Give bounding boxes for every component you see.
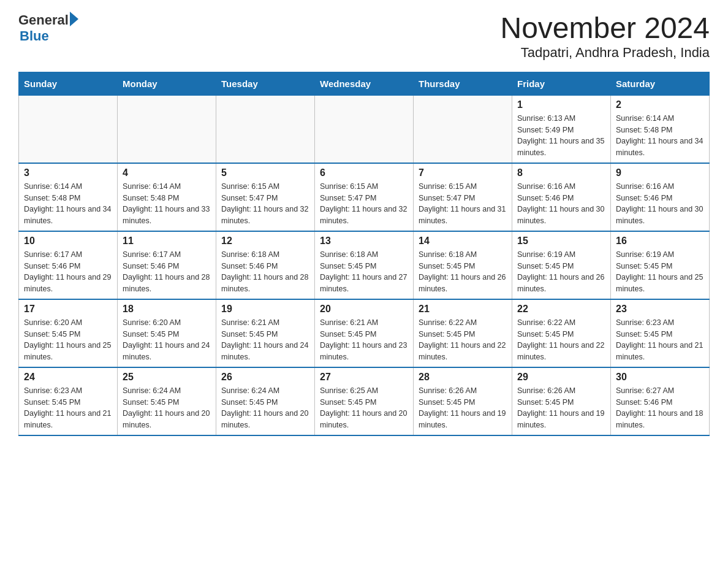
- day-number: 29: [517, 372, 605, 383]
- calendar-cell: 25Sunrise: 6:24 AMSunset: 5:45 PMDayligh…: [118, 367, 216, 435]
- day-number: 14: [419, 236, 507, 247]
- day-number: 27: [320, 372, 408, 383]
- calendar-cell: [414, 95, 512, 163]
- day-number: 20: [320, 304, 408, 315]
- days-of-week-row: SundayMondayTuesdayWednesdayThursdayFrid…: [19, 72, 710, 95]
- day-sun-info: Sunrise: 6:22 AMSunset: 5:45 PMDaylight:…: [517, 317, 605, 363]
- calendar-cell: 20Sunrise: 6:21 AMSunset: 5:45 PMDayligh…: [315, 299, 414, 367]
- day-header-wednesday: Wednesday: [315, 72, 414, 95]
- calendar-cell: 17Sunrise: 6:20 AMSunset: 5:45 PMDayligh…: [19, 299, 118, 367]
- day-number: 12: [221, 236, 309, 247]
- day-sun-info: Sunrise: 6:19 AMSunset: 5:45 PMDaylight:…: [517, 249, 605, 295]
- day-sun-info: Sunrise: 6:16 AMSunset: 5:46 PMDaylight:…: [616, 181, 704, 227]
- day-number: 22: [517, 304, 605, 315]
- calendar-cell: [216, 95, 315, 163]
- day-number: 11: [123, 236, 211, 247]
- logo-general-text: General: [18, 12, 69, 28]
- day-number: 4: [123, 167, 211, 178]
- day-header-thursday: Thursday: [414, 72, 512, 95]
- calendar-cell: 11Sunrise: 6:17 AMSunset: 5:46 PMDayligh…: [118, 231, 216, 299]
- calendar-cell: 26Sunrise: 6:24 AMSunset: 5:45 PMDayligh…: [216, 367, 315, 435]
- title-block: November 2024 Tadpatri, Andhra Pradesh, …: [500, 12, 710, 61]
- calendar-cell: 6Sunrise: 6:15 AMSunset: 5:47 PMDaylight…: [315, 163, 414, 231]
- day-number: 3: [24, 167, 112, 178]
- calendar-cell: 5Sunrise: 6:15 AMSunset: 5:47 PMDaylight…: [216, 163, 315, 231]
- day-sun-info: Sunrise: 6:15 AMSunset: 5:47 PMDaylight:…: [320, 181, 408, 227]
- day-sun-info: Sunrise: 6:26 AMSunset: 5:45 PMDaylight:…: [419, 385, 507, 431]
- day-sun-info: Sunrise: 6:14 AMSunset: 5:48 PMDaylight:…: [24, 181, 112, 227]
- calendar-cell: 9Sunrise: 6:16 AMSunset: 5:46 PMDaylight…: [611, 163, 710, 231]
- day-number: 23: [616, 304, 704, 315]
- week-row-2: 3Sunrise: 6:14 AMSunset: 5:48 PMDaylight…: [19, 163, 710, 231]
- day-header-tuesday: Tuesday: [216, 72, 315, 95]
- day-number: 24: [24, 372, 112, 383]
- day-number: 26: [221, 372, 309, 383]
- calendar-cell: 10Sunrise: 6:17 AMSunset: 5:46 PMDayligh…: [19, 231, 118, 299]
- calendar-cell: 30Sunrise: 6:27 AMSunset: 5:46 PMDayligh…: [611, 367, 710, 435]
- logo-arrow-icon: [70, 12, 78, 26]
- day-sun-info: Sunrise: 6:17 AMSunset: 5:46 PMDaylight:…: [123, 249, 211, 295]
- calendar-cell: 21Sunrise: 6:22 AMSunset: 5:45 PMDayligh…: [414, 299, 512, 367]
- calendar-cell: 22Sunrise: 6:22 AMSunset: 5:45 PMDayligh…: [512, 299, 611, 367]
- day-header-monday: Monday: [118, 72, 216, 95]
- calendar-cell: 13Sunrise: 6:18 AMSunset: 5:45 PMDayligh…: [315, 231, 414, 299]
- calendar-cell: 1Sunrise: 6:13 AMSunset: 5:49 PMDaylight…: [512, 95, 611, 163]
- day-header-saturday: Saturday: [611, 72, 710, 95]
- day-number: 16: [616, 236, 704, 247]
- calendar-cell: 3Sunrise: 6:14 AMSunset: 5:48 PMDaylight…: [19, 163, 118, 231]
- week-row-5: 24Sunrise: 6:23 AMSunset: 5:45 PMDayligh…: [19, 367, 710, 435]
- day-sun-info: Sunrise: 6:20 AMSunset: 5:45 PMDaylight:…: [24, 317, 112, 363]
- day-number: 5: [221, 167, 309, 178]
- calendar-cell: 23Sunrise: 6:23 AMSunset: 5:45 PMDayligh…: [611, 299, 710, 367]
- day-sun-info: Sunrise: 6:15 AMSunset: 5:47 PMDaylight:…: [419, 181, 507, 227]
- day-number: 13: [320, 236, 408, 247]
- day-sun-info: Sunrise: 6:21 AMSunset: 5:45 PMDaylight:…: [320, 317, 408, 363]
- day-sun-info: Sunrise: 6:18 AMSunset: 5:45 PMDaylight:…: [320, 249, 408, 295]
- day-sun-info: Sunrise: 6:14 AMSunset: 5:48 PMDaylight:…: [123, 181, 211, 227]
- day-sun-info: Sunrise: 6:18 AMSunset: 5:46 PMDaylight:…: [221, 249, 309, 295]
- calendar-cell: 19Sunrise: 6:21 AMSunset: 5:45 PMDayligh…: [216, 299, 315, 367]
- day-sun-info: Sunrise: 6:26 AMSunset: 5:45 PMDaylight:…: [517, 385, 605, 431]
- calendar-cell: [19, 95, 118, 163]
- calendar-cell: [315, 95, 414, 163]
- calendar-cell: 28Sunrise: 6:26 AMSunset: 5:45 PMDayligh…: [414, 367, 512, 435]
- calendar-table: SundayMondayTuesdayWednesdayThursdayFrid…: [18, 72, 710, 436]
- calendar-cell: 29Sunrise: 6:26 AMSunset: 5:45 PMDayligh…: [512, 367, 611, 435]
- logo: General Blue: [18, 12, 78, 44]
- day-sun-info: Sunrise: 6:18 AMSunset: 5:45 PMDaylight:…: [419, 249, 507, 295]
- day-number: 30: [616, 372, 704, 383]
- calendar-cell: 27Sunrise: 6:25 AMSunset: 5:45 PMDayligh…: [315, 367, 414, 435]
- day-sun-info: Sunrise: 6:27 AMSunset: 5:46 PMDaylight:…: [616, 385, 704, 431]
- day-sun-info: Sunrise: 6:16 AMSunset: 5:46 PMDaylight:…: [517, 181, 605, 227]
- day-number: 2: [616, 99, 704, 110]
- day-sun-info: Sunrise: 6:22 AMSunset: 5:45 PMDaylight:…: [419, 317, 507, 363]
- day-sun-info: Sunrise: 6:23 AMSunset: 5:45 PMDaylight:…: [24, 385, 112, 431]
- day-number: 1: [517, 99, 605, 110]
- calendar-subtitle: Tadpatri, Andhra Pradesh, India: [500, 45, 710, 61]
- day-sun-info: Sunrise: 6:21 AMSunset: 5:45 PMDaylight:…: [221, 317, 309, 363]
- calendar-title: November 2024: [500, 12, 710, 45]
- calendar-cell: 4Sunrise: 6:14 AMSunset: 5:48 PMDaylight…: [118, 163, 216, 231]
- day-sun-info: Sunrise: 6:24 AMSunset: 5:45 PMDaylight:…: [123, 385, 211, 431]
- calendar-cell: 12Sunrise: 6:18 AMSunset: 5:46 PMDayligh…: [216, 231, 315, 299]
- calendar-cell: 7Sunrise: 6:15 AMSunset: 5:47 PMDaylight…: [414, 163, 512, 231]
- day-number: 18: [123, 304, 211, 315]
- calendar-cell: 18Sunrise: 6:20 AMSunset: 5:45 PMDayligh…: [118, 299, 216, 367]
- day-number: 9: [616, 167, 704, 178]
- day-sun-info: Sunrise: 6:23 AMSunset: 5:45 PMDaylight:…: [616, 317, 704, 363]
- calendar-header: SundayMondayTuesdayWednesdayThursdayFrid…: [19, 72, 710, 95]
- day-number: 15: [517, 236, 605, 247]
- week-row-4: 17Sunrise: 6:20 AMSunset: 5:45 PMDayligh…: [19, 299, 710, 367]
- day-sun-info: Sunrise: 6:15 AMSunset: 5:47 PMDaylight:…: [221, 181, 309, 227]
- day-sun-info: Sunrise: 6:24 AMSunset: 5:45 PMDaylight:…: [221, 385, 309, 431]
- week-row-3: 10Sunrise: 6:17 AMSunset: 5:46 PMDayligh…: [19, 231, 710, 299]
- day-sun-info: Sunrise: 6:17 AMSunset: 5:46 PMDaylight:…: [24, 249, 112, 295]
- calendar-cell: [118, 95, 216, 163]
- page-header: General Blue November 2024 Tadpatri, And…: [18, 12, 710, 61]
- calendar-cell: 2Sunrise: 6:14 AMSunset: 5:48 PMDaylight…: [611, 95, 710, 163]
- day-number: 21: [419, 304, 507, 315]
- calendar-cell: 24Sunrise: 6:23 AMSunset: 5:45 PMDayligh…: [19, 367, 118, 435]
- calendar-cell: 8Sunrise: 6:16 AMSunset: 5:46 PMDaylight…: [512, 163, 611, 231]
- day-sun-info: Sunrise: 6:25 AMSunset: 5:45 PMDaylight:…: [320, 385, 408, 431]
- day-number: 17: [24, 304, 112, 315]
